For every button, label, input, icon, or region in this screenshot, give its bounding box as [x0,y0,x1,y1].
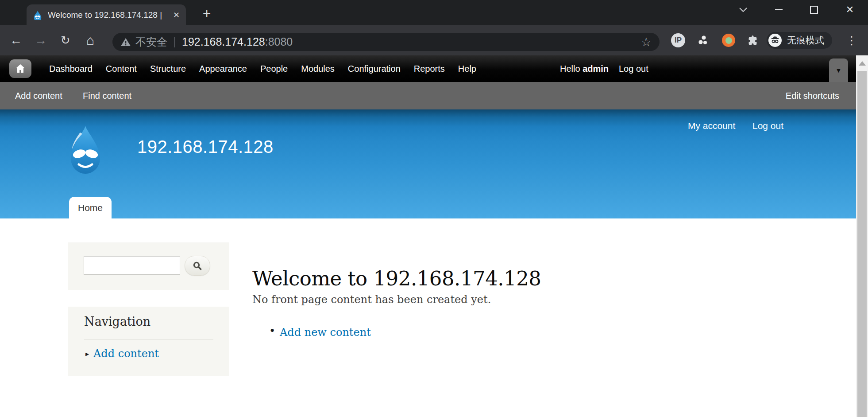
browser-window: Welcome to 192.168.174.128 | ✕ + ✕ ← → ↻… [0,0,868,417]
green-dot [725,37,732,44]
shortcut-find-content[interactable]: Find content [83,82,131,109]
search-input[interactable] [84,256,180,275]
address-bar[interactable]: 不安全 192.168.174.128:8080 ☆ [112,33,660,51]
my-account-link[interactable]: My account [688,121,735,131]
orange-ring [722,34,735,47]
extension-orange-icon[interactable] [721,33,736,47]
admin-item-people[interactable]: People [254,64,294,74]
url-host: 192.168.174.128 [182,35,265,48]
navigation-title: Navigation [84,315,150,328]
admin-item-help[interactable]: Help [451,64,483,74]
search-icon [193,261,202,271]
browser-tab-strip: Welcome to 192.168.174.128 | ✕ + ✕ [0,0,868,25]
admin-logout-link[interactable]: Log out [619,55,648,82]
back-button[interactable]: ← [6,25,26,55]
extension-ip-icon[interactable]: IP [671,33,685,47]
extensions-puzzle-icon[interactable] [745,33,760,47]
search-block [68,242,229,290]
drupal-admin-toolbar: Dashboard Content Structure Appearance P… [0,55,856,82]
search-button[interactable] [185,256,210,276]
browser-toolbar: ← → ↻ ⌂ 不安全 192.168.174.128:8080 ☆ IP [0,25,868,55]
extension-cluster-icon[interactable] [696,33,710,47]
admin-item-reports[interactable]: Reports [407,64,451,74]
tab-search-chevron-icon[interactable] [734,1,752,19]
bookmark-star-icon[interactable]: ☆ [641,35,652,49]
drupal-favicon-icon [33,10,42,20]
tab-close-icon[interactable]: ✕ [173,10,180,20]
add-new-content-link[interactable]: Add new content [280,326,371,339]
admin-greeting: Hello admin [560,55,609,82]
collapsed-arrow-icon: ▸ [85,350,89,358]
minimize-icon [775,9,783,10]
admin-item-structure[interactable]: Structure [143,64,193,74]
shortcut-add-content[interactable]: Add content [15,82,62,109]
navigation-divider [84,339,213,339]
page-title: Welcome to 192.168.174.128 [252,267,541,290]
site-header: My account Log out 192.168.174.128 Home [0,109,856,218]
reload-button[interactable]: ↻ [56,25,75,55]
toolbar-toggle-button[interactable]: ▼ [829,58,848,82]
admin-item-dashboard[interactable]: Dashboard [42,64,99,74]
page-scrollbar[interactable] [856,55,868,417]
forward-button[interactable]: → [31,25,50,55]
home-tab[interactable]: Home [69,197,112,218]
site-name[interactable]: 192.168.174.128 [137,137,274,157]
shortcuts-bar: Add content Find content Edit shortcuts [0,82,856,109]
new-tab-button[interactable]: + [197,6,216,21]
incognito-badge: 无痕模式 [767,32,832,49]
window-close-button[interactable]: ✕ [841,1,859,19]
empty-front-page-message: No front page content has been created y… [252,293,491,306]
home-icon [15,64,26,74]
admin-item-configuration[interactable]: Configuration [341,64,407,74]
tab-title: Welcome to 192.168.174.128 | [48,10,170,20]
list-bullet: • [269,325,275,337]
browser-menu-icon[interactable]: ⋮ [844,25,860,55]
admin-home-button[interactable] [9,59,31,78]
edit-shortcuts-link[interactable]: Edit shortcuts [786,82,839,109]
window-minimize-button[interactable] [769,1,788,19]
scrollbar-thumb[interactable] [857,71,867,417]
home-button[interactable]: ⌂ [81,25,100,55]
incognito-icon [768,34,782,47]
navigation-item: ▸ Add content [85,347,159,360]
not-secure-warning-icon [120,37,131,47]
security-label: 不安全 [135,35,167,49]
window-maximize-button[interactable] [805,1,823,19]
navigation-block: Navigation ▸ Add content [68,307,229,376]
admin-item-content[interactable]: Content [99,64,143,74]
logout-link[interactable]: Log out [752,121,783,131]
omnibox-separator [174,37,175,47]
incognito-label: 无痕模式 [787,34,824,47]
drupal-logo[interactable] [66,125,104,176]
greeting-prefix: Hello [560,64,583,74]
url-port: :8080 [265,35,293,48]
browser-tab[interactable]: Welcome to 192.168.174.128 | ✕ [27,4,186,25]
admin-menu: Dashboard Content Structure Appearance P… [42,55,483,82]
maximize-icon [810,6,818,14]
nav-add-content-link[interactable]: Add content [93,347,159,360]
scrollbar-up-arrow[interactable] [859,61,866,66]
admin-item-appearance[interactable]: Appearance [193,64,254,74]
admin-username[interactable]: admin [583,64,609,74]
admin-item-modules[interactable]: Modules [294,64,341,74]
